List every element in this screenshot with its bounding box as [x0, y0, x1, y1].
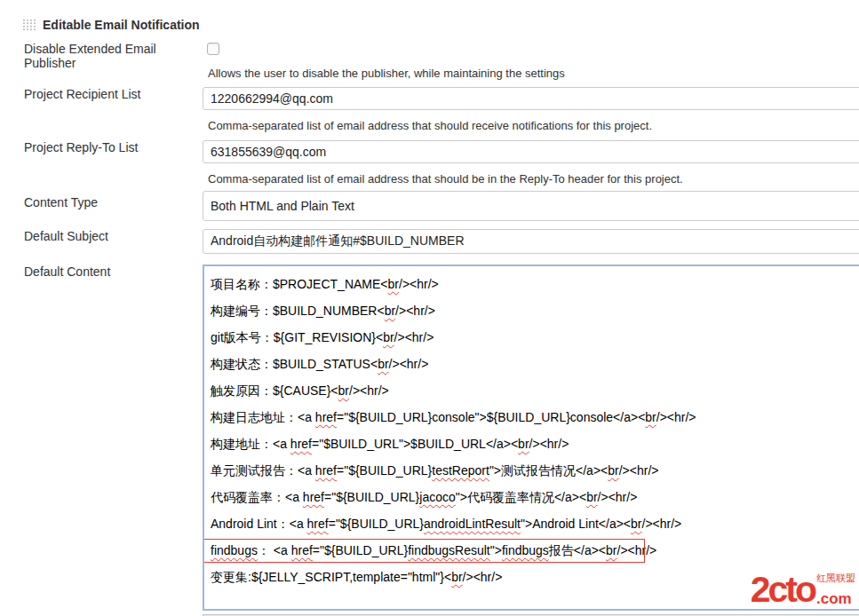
content-line: 构建日志地址：<a href="${BUILD_URL}console">${B…	[211, 404, 859, 430]
content-line: 单元测试报告：<a href="${BUILD_URL}testReport">…	[211, 457, 859, 484]
watermark-logo: 2cto 红黑联盟 .com	[751, 573, 855, 606]
replyto-list-label: Project Reply-To List	[0, 140, 203, 154]
recipient-list-help: Comma-separated list of email address th…	[208, 120, 859, 132]
replyto-list-help: Comma-separated list of email address th…	[208, 173, 859, 186]
email-notification-config-panel: Editable Email Notification Disable Exte…	[0, 0, 859, 616]
default-content-label: Default Content	[0, 265, 203, 279]
watermark-brand: 2cto	[751, 573, 815, 606]
disable-publisher-label: Disable Extended Email Publisher	[0, 42, 203, 70]
recipient-list-control: Comma-separated list of email address th…	[203, 87, 859, 132]
row-project-replyto-list: Project Reply-To List Comma-separated li…	[0, 140, 859, 186]
content-line: git版本号：${GIT_REVISION}<br/><hr/>	[211, 324, 859, 351]
section-header: Editable Email Notification	[22, 18, 859, 31]
replyto-list-input[interactable]	[203, 140, 859, 163]
content-type-control: Both HTML and Plain Text	[203, 191, 859, 221]
content-type-select[interactable]: Both HTML and Plain Text	[203, 191, 859, 221]
default-subject-input[interactable]	[203, 229, 859, 254]
default-subject-label: Default Subject	[0, 229, 203, 243]
default-subject-control	[203, 229, 859, 254]
disable-publisher-control: Allows the user to disable the publisher…	[203, 42, 859, 80]
replyto-list-control: Comma-separated list of email address th…	[203, 140, 859, 186]
row-disable-extended-publisher: Disable Extended Email Publisher Allows …	[0, 42, 859, 80]
drag-handle-icon[interactable]	[22, 19, 36, 31]
watermark-suffix: .com	[816, 591, 855, 606]
row-content-type: Content Type Both HTML and Plain Text	[0, 191, 859, 221]
recipient-list-input[interactable]	[203, 87, 859, 110]
row-project-recipient-list: Project Recipient List Comma-separated l…	[0, 87, 859, 132]
content-type-label: Content Type	[0, 191, 203, 209]
row-default-content: Default Content 项目名称：$PROJECT_NAME<br/><…	[0, 265, 859, 616]
content-line: 代码覆盖率：<a href="${BUILD_URL}jacoco">代码覆盖率…	[211, 484, 859, 510]
watermark-right: 红黑联盟 .com	[816, 573, 855, 606]
content-line: 构建地址：<a href="$BUILD_URL">$BUILD_URL</a>…	[211, 430, 859, 457]
content-line: Android Lint：<a href="${BUILD_URL}androi…	[211, 510, 859, 537]
recipient-list-label: Project Recipient List	[0, 87, 203, 101]
row-default-subject: Default Subject	[0, 229, 859, 254]
watermark-tagline: 红黑联盟	[816, 573, 855, 583]
content-line: 构建编号：$BUILD_NUMBER<br/><hr/>	[211, 297, 859, 324]
default-content-control: 项目名称：$PROJECT_NAME<br/><hr/>构建编号：$BUILD_…	[203, 265, 859, 616]
content-lines: 项目名称：$PROJECT_NAME<br/><hr/>构建编号：$BUILD_…	[211, 271, 859, 590]
section-title: Editable Email Notification	[43, 18, 200, 32]
content-line-highlighted: findbugs： <a href="${BUILD_URL}findbugsR…	[211, 537, 859, 564]
content-line: 项目名称：$PROJECT_NAME<br/><hr/>	[211, 271, 859, 297]
content-line: 触发原因：${CAUSE}<br/><hr/>	[211, 377, 859, 404]
default-content-textarea[interactable]: 项目名称：$PROJECT_NAME<br/><hr/>构建编号：$BUILD_…	[203, 265, 859, 611]
disable-publisher-help: Allows the user to disable the publisher…	[208, 67, 859, 80]
disable-publisher-checkbox[interactable]	[207, 43, 219, 55]
content-line: 构建状态：$BUILD_STATUS<br/><hr/>	[211, 351, 859, 377]
